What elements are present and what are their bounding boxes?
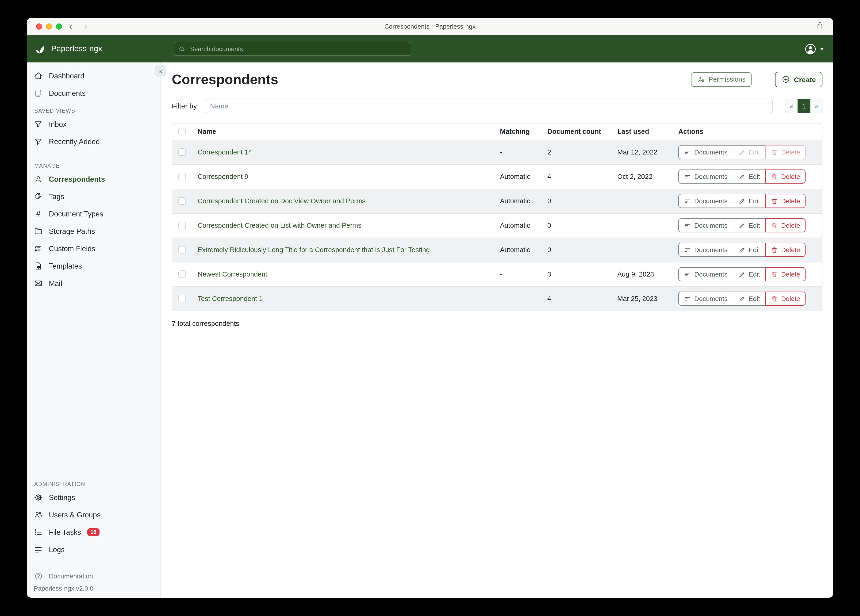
row-checkbox[interactable] <box>178 197 186 205</box>
documents-button[interactable]: Documents <box>678 292 733 306</box>
edit-button[interactable]: Edit <box>733 194 766 208</box>
create-label: Create <box>794 75 816 83</box>
pagination-next-button[interactable]: » <box>810 99 822 113</box>
edit-button[interactable]: Edit <box>733 267 766 281</box>
sidebar-item-label: Inbox <box>49 120 67 129</box>
edit-button[interactable]: Edit <box>733 292 766 306</box>
documents-button[interactable]: Documents <box>678 145 733 159</box>
matching-cell: Automatic <box>493 213 541 237</box>
sidebar-item-settings[interactable]: Settings <box>27 489 160 506</box>
delete-button[interactable]: Delete <box>765 170 806 184</box>
edit-button[interactable]: Edit <box>733 218 766 233</box>
delete-button[interactable]: Delete <box>765 194 806 208</box>
user-menu[interactable] <box>804 35 824 63</box>
filter-lines-icon <box>684 173 691 180</box>
text-lines-icon <box>34 545 43 554</box>
documents-button[interactable]: Documents <box>678 170 733 184</box>
sidebar-section-saved-views: SAVED VIEWS <box>34 108 160 114</box>
sidebar-item-inbox[interactable]: Inbox <box>27 115 160 133</box>
document-count-cell: 4 <box>541 164 611 189</box>
table-row: Correspondent 14 - 2 Mar 12, 2022 Docume… <box>172 140 822 164</box>
share-icon[interactable] <box>816 21 824 30</box>
last-used-cell <box>611 189 672 213</box>
documents-button[interactable]: Documents <box>678 218 733 233</box>
pencil-icon <box>738 222 745 229</box>
sidebar-item-templates[interactable]: Templates <box>27 257 160 275</box>
correspondent-name-link[interactable]: Newest Correspondent <box>198 270 267 278</box>
sidebar-admin-block: ADMINISTRATION Settings Users & Groups <box>27 475 160 598</box>
row-checkbox[interactable] <box>178 222 186 229</box>
sidebar-item-documents[interactable]: Documents <box>27 85 160 102</box>
sidebar-item-mail[interactable]: Mail <box>27 275 160 292</box>
correspondent-name-link[interactable]: Correspondent 14 <box>198 148 252 156</box>
search-input[interactable] <box>189 45 406 53</box>
correspondent-name-link[interactable]: Test Correspondent 1 <box>198 295 263 303</box>
chevron-down-icon <box>820 48 824 50</box>
document-count-cell: 0 <box>541 189 611 213</box>
table-row: Test Correspondent 1 - 4 Mar 25, 2023 Do… <box>172 286 822 311</box>
correspondent-name-link[interactable]: Correspondent 9 <box>198 173 248 180</box>
table-header-row: Name Matching Document count Last used A… <box>172 124 822 140</box>
row-checkbox[interactable] <box>178 295 186 303</box>
sidebar-item-correspondents[interactable]: Correspondents <box>27 170 160 188</box>
sidebar-item-documentation[interactable]: Documentation <box>27 569 160 584</box>
sidebar-item-file-tasks[interactable]: File Tasks 16 <box>27 523 160 541</box>
sidebar-item-label: File Tasks <box>49 528 81 536</box>
delete-button[interactable]: Delete <box>765 292 806 306</box>
documents-button[interactable]: Documents <box>678 267 733 281</box>
edit-button[interactable]: Edit <box>733 170 766 184</box>
delete-button[interactable]: Delete <box>765 243 806 257</box>
trash-icon <box>771 271 778 278</box>
sidebar-item-dashboard[interactable]: Dashboard <box>27 67 160 85</box>
edit-button[interactable]: Edit <box>733 145 766 159</box>
create-button[interactable]: Create <box>775 72 822 87</box>
delete-button[interactable]: Delete <box>765 267 806 281</box>
correspondent-name-link[interactable]: Correspondent Created on List with Owner… <box>198 222 361 229</box>
sidebar-item-label: Templates <box>49 262 82 270</box>
documents-button[interactable]: Documents <box>678 243 733 257</box>
edit-button[interactable]: Edit <box>733 243 766 257</box>
matching-cell: - <box>493 140 541 164</box>
row-actions: Documents Edit Delete <box>678 267 806 281</box>
select-all-checkbox[interactable] <box>178 128 186 135</box>
delete-button[interactable]: Delete <box>765 218 806 233</box>
row-checkbox[interactable] <box>178 270 186 278</box>
filter-name-input[interactable] <box>204 99 773 113</box>
row-checkbox[interactable] <box>178 246 186 253</box>
column-header-document-count[interactable]: Document count <box>541 124 611 140</box>
sidebar-item-label: Correspondents <box>49 175 105 183</box>
sidebar-item-tags[interactable]: Tags <box>27 188 160 205</box>
sidebar-collapse-button[interactable]: « <box>154 65 166 77</box>
brand[interactable]: Paperless-ngx <box>34 43 102 55</box>
macos-titlebar: ‹ › Correspondents - Paperless-ngx <box>27 18 833 35</box>
column-header-name[interactable]: Name <box>191 124 493 140</box>
delete-button[interactable]: Delete <box>765 145 806 159</box>
app-navbar: Paperless-ngx <box>27 35 833 63</box>
row-actions: Documents Edit Delete <box>678 218 806 233</box>
sidebar-item-logs[interactable]: Logs <box>27 541 160 558</box>
app-window: ‹ › Correspondents - Paperless-ngx Paper… <box>27 18 833 598</box>
documents-button[interactable]: Documents <box>678 194 733 208</box>
permissions-button[interactable]: Permissions <box>691 72 752 86</box>
row-actions: Documents Edit Delete <box>678 243 806 257</box>
sidebar-item-storage-paths[interactable]: Storage Paths <box>27 223 160 240</box>
sidebar-item-label: Documentation <box>49 572 93 580</box>
row-actions: Documents Edit Delete <box>678 292 806 306</box>
sidebar-item-custom-fields[interactable]: Custom Fields <box>27 240 160 257</box>
row-checkbox[interactable] <box>178 148 186 156</box>
last-used-cell: Oct 2, 2022 <box>611 164 672 189</box>
column-header-matching[interactable]: Matching <box>493 124 541 140</box>
pagination-page-1[interactable]: 1 <box>797 99 810 113</box>
permissions-label: Permissions <box>709 75 746 83</box>
sidebar-item-users-groups[interactable]: Users & Groups <box>27 506 160 523</box>
sidebar-item-label: Users & Groups <box>49 511 101 519</box>
matching-cell: Automatic <box>493 164 541 189</box>
column-header-last-used[interactable]: Last used <box>611 124 672 140</box>
correspondent-name-link[interactable]: Extremely Ridiculously Long Title for a … <box>198 246 430 253</box>
row-checkbox[interactable] <box>178 173 186 180</box>
correspondent-name-link[interactable]: Correspondent Created on Doc View Owner … <box>198 197 366 205</box>
sidebar-item-document-types[interactable]: # Document Types <box>27 205 160 223</box>
pagination-prev-button[interactable]: « <box>785 99 797 113</box>
sidebar-item-recently-added[interactable]: Recently Added <box>27 133 160 150</box>
funnel-icon <box>34 137 43 146</box>
